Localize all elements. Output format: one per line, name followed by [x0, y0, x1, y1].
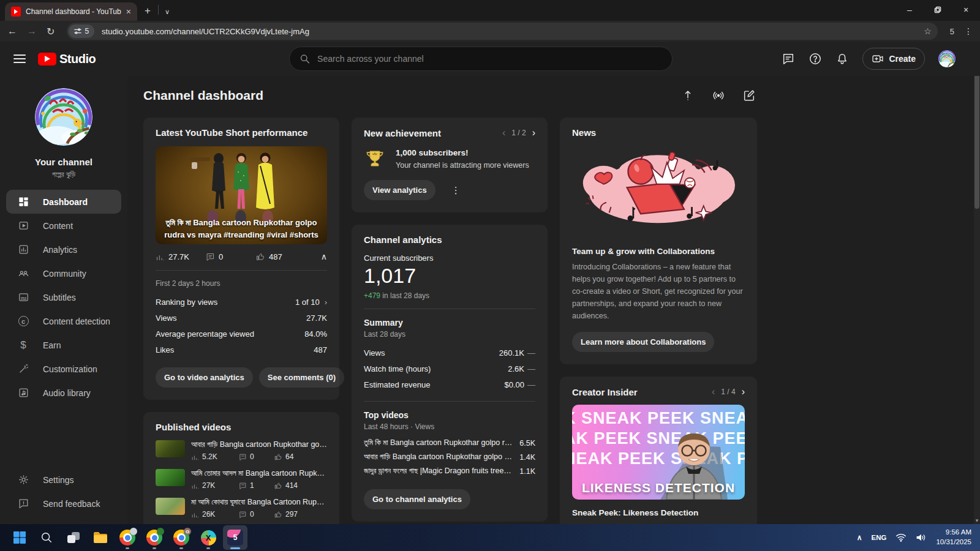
tab-search-button[interactable]: ∨: [165, 8, 170, 16]
top-video-row[interactable]: আবার গাড়ি Bangla cartoon Rupkothar golp…: [364, 450, 535, 464]
video-title[interactable]: আবার গাড়ি Bangla cartoon Rupkothar golp…: [191, 440, 327, 449]
account-avatar[interactable]: [938, 50, 956, 67]
gear-icon: [17, 474, 29, 486]
published-video-row[interactable]: মা আমি কোথায় ঘুমাবো Bangla Cartoon Rupk…: [156, 498, 327, 519]
video-thumbnail[interactable]: [156, 469, 185, 486]
video-title[interactable]: আমি তোমার আসল মা Bangla cartoon Rupkoth.…: [191, 469, 327, 478]
restore-button[interactable]: [924, 0, 952, 20]
url-text[interactable]: studio.youtube.com/channel/UCTR2CKkG9Vdj…: [102, 27, 309, 36]
channel-search[interactable]: [289, 47, 673, 71]
studio-logo[interactable]: Studio: [38, 52, 96, 66]
published-video-row[interactable]: আবার গাড়ি Bangla cartoon Rupkothar golp…: [156, 440, 327, 461]
system-tray: ∧ ENG 9:56 AM 10/31/2025: [857, 528, 980, 547]
sidebar-item-analytics[interactable]: Analytics: [6, 238, 121, 261]
tab-close-icon[interactable]: ×: [126, 7, 131, 17]
video-thumbnail[interactable]: [156, 440, 185, 457]
sidebar: Your channel গল্পের ঝুড়ি Dashboard Cont…: [0, 76, 127, 524]
search-input[interactable]: [317, 54, 662, 64]
collapse-chevron-icon[interactable]: ∧: [321, 252, 327, 261]
task-view-button[interactable]: [61, 525, 86, 550]
video-title[interactable]: মা আমি কোথায় ঘুমাবো Bangla Cartoon Rupk…: [191, 498, 327, 507]
sidebar-item-customization[interactable]: Customization: [6, 357, 121, 381]
prev-arrow-icon[interactable]: ‹: [502, 127, 505, 138]
go-to-video-analytics-button[interactable]: Go to video analytics: [156, 367, 253, 388]
top-video-title[interactable]: আবার গাড়ি Bangla cartoon Rupkothar golp…: [364, 452, 513, 462]
sidebar-item-label: Earn: [43, 340, 61, 350]
file-explorer-button[interactable]: [88, 525, 113, 550]
see-comments-button[interactable]: See comments (0): [259, 367, 344, 388]
chrome-profile-3-button[interactable]: G: [169, 525, 194, 550]
sidebar-item-settings[interactable]: Settings: [6, 468, 121, 492]
chrome-profile-1-button[interactable]: [115, 525, 140, 550]
notifications-bell-icon[interactable]: [835, 52, 849, 66]
sidebar-item-dashboard[interactable]: Dashboard: [6, 190, 121, 214]
sidebar-item-earn[interactable]: $ Earn: [6, 333, 121, 357]
metric-label: Average percentage viewed: [156, 329, 304, 339]
browser-menu-icon[interactable]: ⋮: [964, 26, 973, 36]
channel-avatar[interactable]: [35, 88, 92, 146]
sidebar-item-label: Dashboard: [43, 197, 88, 207]
start-button[interactable]: [7, 525, 32, 550]
tab-title: Channel dashboard - YouTube S: [26, 7, 121, 16]
new-tab-button[interactable]: +: [145, 5, 151, 17]
close-window-button[interactable]: ×: [952, 0, 980, 20]
reload-button[interactable]: ↻: [47, 26, 55, 37]
sidebar-item-content[interactable]: Content: [6, 214, 121, 238]
views-value: 5.2K: [202, 452, 217, 461]
sidebar-item-subtitles[interactable]: Subtitles: [6, 285, 121, 309]
view-analytics-button[interactable]: View analytics: [364, 180, 435, 200]
video-thumbnail[interactable]: [156, 498, 185, 515]
back-button[interactable]: ←: [7, 26, 17, 37]
chevron-right-icon[interactable]: ›: [325, 298, 327, 307]
next-arrow-icon[interactable]: ›: [742, 386, 745, 397]
card-title: Published videos: [156, 422, 327, 432]
sidebar-item-send-feedback[interactable]: Send feedback: [6, 492, 121, 515]
scroll-down-arrow-icon[interactable]: ▾: [974, 517, 980, 523]
more-options-icon[interactable]: ⋮: [451, 185, 461, 196]
dollar-icon: $: [17, 339, 29, 351]
minimize-button[interactable]: –: [895, 0, 924, 20]
short-video-thumbnail[interactable]: তুমি কি মা Bangla cartoon Rupkothar golp…: [156, 146, 327, 244]
top-video-row[interactable]: জাদুর ড্রাগন ফলের গাছ |Magic Dragon frui…: [364, 464, 535, 478]
feedback-bubble-icon[interactable]: [782, 52, 795, 66]
metric-row[interactable]: Ranking by views 1 of 10 ›: [156, 294, 327, 310]
search-icon: [40, 531, 53, 544]
insider-video-thumbnail[interactable]: K SNEAK PEEK SNEA AK PEEK SNEAK PEEK NEA…: [572, 405, 745, 500]
subscriber-count: 1,017: [364, 264, 535, 288]
prev-arrow-icon[interactable]: ‹: [712, 386, 715, 397]
taskbar-search-button[interactable]: [34, 525, 59, 550]
address-bar[interactable]: 5 studio.youtube.com/channel/UCTR2CKkG9V…: [67, 23, 937, 40]
chrome-profile-2-button[interactable]: [142, 525, 167, 550]
learn-more-collaborations-button[interactable]: Learn more about Collaborations: [572, 332, 714, 352]
tray-expand-icon[interactable]: ∧: [857, 533, 862, 542]
upload-icon[interactable]: [681, 89, 695, 102]
language-indicator[interactable]: ENG: [872, 534, 887, 541]
short-performance-card: Latest YouTube Short performance তুমি কি…: [143, 118, 339, 400]
active-browser-button[interactable]: 5: [223, 525, 247, 550]
volume-icon[interactable]: [916, 533, 927, 542]
next-arrow-icon[interactable]: ›: [532, 127, 535, 138]
edit-icon[interactable]: [742, 89, 756, 102]
go-to-channel-analytics-button[interactable]: Go to channel analytics: [364, 489, 470, 509]
hamburger-menu-icon[interactable]: [13, 52, 26, 66]
published-video-row[interactable]: আমি তোমার আসল মা Bangla cartoon Rupkoth.…: [156, 469, 327, 490]
top-video-row[interactable]: তুমি কি মা Bangla cartoon Rupkothar golp…: [364, 436, 535, 450]
sidebar-item-community[interactable]: Community: [6, 261, 121, 285]
go-live-icon[interactable]: [712, 89, 725, 102]
toolbar-badge[interactable]: 5: [950, 27, 954, 36]
top-video-title[interactable]: তুমি কি মা Bangla cartoon Rupkothar golp…: [364, 438, 513, 448]
taskbar-clock[interactable]: 9:56 AM 10/31/2025: [936, 528, 971, 547]
channel-analytics-card: Channel analytics Current subscribers 1,…: [352, 225, 548, 522]
wifi-icon[interactable]: [895, 533, 907, 542]
help-icon[interactable]: [809, 52, 822, 66]
bookmark-star-icon[interactable]: ☆: [924, 26, 932, 36]
top-video-title[interactable]: জাদুর ড্রাগন ফলের গাছ |Magic Dragon frui…: [364, 467, 513, 476]
sidebar-item-audio-library[interactable]: Audio library: [6, 381, 121, 405]
x-app-button[interactable]: X: [196, 525, 221, 550]
forward-button[interactable]: →: [27, 26, 37, 37]
page-scrollbar[interactable]: ▾: [974, 42, 980, 524]
sidebar-item-content-detection[interactable]: c Content detection: [6, 309, 121, 333]
site-info-chip[interactable]: 5: [69, 24, 94, 38]
browser-tab[interactable]: Channel dashboard - YouTube S ×: [5, 2, 137, 21]
create-button[interactable]: Create: [862, 48, 925, 70]
